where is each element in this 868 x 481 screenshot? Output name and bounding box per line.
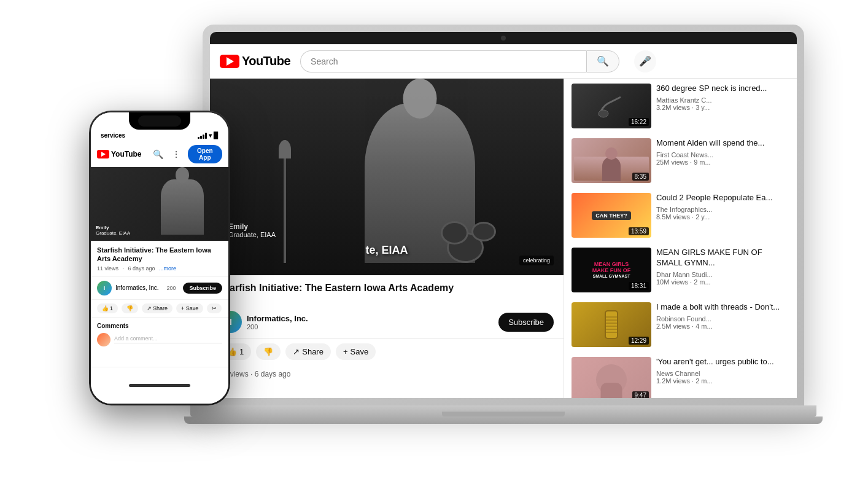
phone-dislike-button[interactable]: 👎 xyxy=(122,303,138,313)
phone-video-info: Starfish Initiative: The Eastern Iowa Ar… xyxy=(91,241,228,277)
share-icon: ↗ xyxy=(293,347,300,356)
sidebar-title-1: 360 degree SP neck is incred... xyxy=(656,84,789,94)
phone-like-button[interactable]: 👍 1 xyxy=(97,303,118,313)
phone-channel-row: I Informatics, Inc. 200 Subscribe xyxy=(91,277,228,300)
video-title: Starfish Initiative: The Eastern Iowa Ar… xyxy=(220,283,554,294)
phone-inner: services ▾ ▉ xyxy=(91,112,228,404)
phone-share-button[interactable]: ↗ Share xyxy=(142,303,172,313)
sidebar-meta-5: 2.5M views · 4 m... xyxy=(656,323,789,330)
phone-comments-title: Comments xyxy=(97,323,222,329)
channel-info: Informatics, Inc. 200 xyxy=(247,314,494,330)
subscribe-button[interactable]: Subscribe xyxy=(498,313,554,332)
channel-name: Informatics, Inc. xyxy=(247,314,494,323)
phone-save-button[interactable]: + Save xyxy=(176,303,203,313)
sidebar-details-4: MEAN GIRLS MAKE FUN OF SMALL GYMN... Dha… xyxy=(656,248,789,292)
sidebar-thumb-1: 16:22 xyxy=(572,84,651,128)
microphone-icon: 🎤 xyxy=(639,55,651,67)
video-player[interactable]: Emily Graduate, EIAA te, EIAA celebratin… xyxy=(210,79,564,275)
sidebar-channel-2: First Coast News... xyxy=(656,151,789,158)
sidebar-channel-1: Mattias Krantz C... xyxy=(656,96,789,104)
phone-video-caption: Emily Graduate, EIAA xyxy=(96,225,130,236)
sidebar-thumb-3: CAN THEY? 13:59 xyxy=(572,193,651,238)
signal-bar-1 xyxy=(198,137,200,139)
sidebar-item-5[interactable]: 12:29 I made a bolt with threads - Don't… xyxy=(564,297,797,352)
phone-video-meta: 11 views · 6 days ago ...more xyxy=(97,265,222,272)
phone-home-indicator xyxy=(129,384,190,387)
sidebar-thumb-5: 12:29 xyxy=(572,302,651,347)
sidebar-details-3: Could 2 People Repopulate Ea... The Info… xyxy=(656,193,789,238)
phone-service-label: services xyxy=(101,132,125,139)
save-button[interactable]: + Save xyxy=(336,343,376,360)
phone-search-icon: 🔍 xyxy=(153,149,163,159)
video-scene: Emily Graduate, EIAA te, EIAA celebratin… xyxy=(210,79,564,275)
phone-video-title: Starfish Initiative: The Eastern Iowa Ar… xyxy=(97,246,222,264)
youtube-header: YouTube 🔍 🎤 xyxy=(210,44,797,79)
sidebar-details-2: Moment Aiden will spend the... First Coa… xyxy=(656,138,789,183)
phone-outer: services ▾ ▉ xyxy=(89,111,230,405)
meangirls-text-sub: SMALL GYMNAST xyxy=(593,274,630,279)
sidebar-channel-5: Robinson Found... xyxy=(656,315,789,323)
phone-menu-button[interactable]: ⋮ xyxy=(169,146,183,163)
phone-notch-pill xyxy=(138,115,181,127)
sidebar-meta-3: 8.5M views · 2 y... xyxy=(656,213,789,221)
phone-search-button[interactable]: 🔍 xyxy=(152,146,165,163)
video-meta: 11 views · 6 days ago xyxy=(210,365,564,383)
phone-clip-button[interactable]: ✂ xyxy=(207,303,222,313)
signal-bar-4 xyxy=(205,133,207,139)
video-mic-stand xyxy=(284,140,286,263)
sidebar-details-1: 360 degree SP neck is incred... Mattias … xyxy=(656,84,789,128)
phone-video-thumb[interactable]: Emily Graduate, EIAA xyxy=(91,167,228,241)
phone-screen: services ▾ ▉ xyxy=(91,112,228,404)
sidebar-channel-3: The Infographics... xyxy=(656,206,789,213)
signal-bars xyxy=(198,133,207,139)
youtube-logo[interactable]: YouTube xyxy=(220,54,290,68)
sidebar-item-3[interactable]: CAN THEY? 13:59 Could 2 People Repopulat… xyxy=(564,188,797,243)
sidebar-duration-2: 8:35 xyxy=(632,173,649,181)
laptop-foot xyxy=(184,416,823,424)
svg-point-0 xyxy=(599,110,608,117)
phone-commenter-avatar-img xyxy=(97,333,110,346)
sidebar-item-2[interactable]: 8:35 Moment Aiden will spend the... Firs… xyxy=(564,133,797,188)
sidebar-item-6[interactable]: 9:47 'You aren't get... urges public to.… xyxy=(564,352,797,398)
phone-subscribe-button[interactable]: Subscribe xyxy=(183,283,222,294)
signal-bar-3 xyxy=(203,135,204,139)
sidebar-meta-2: 25M views · 9 m... xyxy=(656,158,789,166)
wifi-icon: ▾ xyxy=(209,132,212,139)
sidebar-duration-5: 12:29 xyxy=(629,337,649,345)
battery-icon: ▉ xyxy=(214,132,219,139)
share-button[interactable]: ↗ Share xyxy=(285,343,331,360)
phone-dislike-icon: 👎 xyxy=(126,305,133,311)
sidebar-item-4[interactable]: MEAN GIRLSMAKE FUN OF SMALL GYMNAST 18:3… xyxy=(564,243,797,297)
phone-like-icon: 👍 xyxy=(102,305,109,311)
content-area: Emily Graduate, EIAA te, EIAA celebratin… xyxy=(210,79,797,398)
search-input[interactable] xyxy=(300,50,586,72)
phone-commenter-avatar xyxy=(97,333,110,346)
sidebar-duration-6: 9:47 xyxy=(632,391,649,398)
phone-yt-logo-text: YouTube xyxy=(111,150,142,158)
dislike-button[interactable]: 👎 xyxy=(256,343,281,360)
infographic-can-text: CAN THEY? xyxy=(592,211,631,220)
video-drums xyxy=(441,208,514,263)
phone-bottom-area xyxy=(91,367,228,404)
video-watermark: celebrating xyxy=(519,256,554,265)
phone-yt-logo-icon xyxy=(97,150,109,158)
laptop-camera xyxy=(501,36,506,41)
channel-subscribe-row: I Informatics, Inc. 200 Subscribe xyxy=(210,306,564,338)
save-icon: + xyxy=(343,347,348,356)
sidebar-meta-6: 1.2M views · 2 m... xyxy=(656,377,789,385)
video-info: Starfish Initiative: The Eastern Iowa Ar… xyxy=(210,275,564,306)
search-button[interactable]: 🔍 xyxy=(586,50,619,72)
sidebar-item-1[interactable]: 16:22 360 degree SP neck is incred... Ma… xyxy=(564,79,797,133)
sidebar-meta-4: 10M views · 2 m... xyxy=(656,278,789,286)
phone-comment-placeholder[interactable]: Add a comment... xyxy=(114,335,222,343)
microphone-button[interactable]: 🎤 xyxy=(634,50,656,72)
sidebar-channel-4: Dhar Mann Studi... xyxy=(656,271,789,278)
phone-open-app-button[interactable]: Open App xyxy=(188,145,222,163)
meangirls-text-main: MEAN GIRLSMAKE FUN OF xyxy=(592,262,631,274)
dislike-icon: 👎 xyxy=(263,347,273,356)
search-bar: 🔍 xyxy=(300,50,619,72)
phone-comments-section: Comments Add a comment... xyxy=(91,318,228,367)
drum-snare xyxy=(441,221,468,244)
phone-yt-logo[interactable]: YouTube xyxy=(97,150,142,158)
phone-menu-icon: ⋮ xyxy=(172,149,180,159)
